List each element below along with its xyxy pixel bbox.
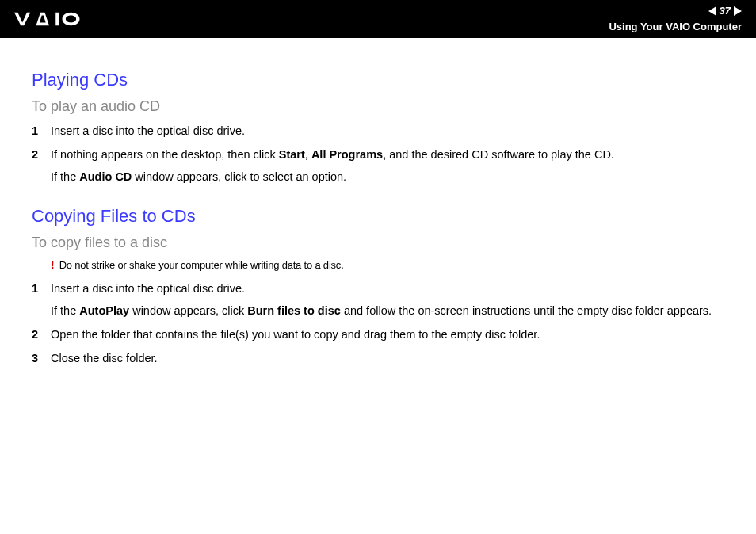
next-page-icon[interactable] <box>734 6 742 16</box>
header-bar: 37 Using Your VAIO Computer <box>0 0 756 38</box>
step-line: Insert a disc into the optical disc driv… <box>51 282 245 295</box>
step-text: If nothing appears on the desktop, then … <box>51 147 724 186</box>
step-text: Open the folder that contains the file(s… <box>51 326 724 344</box>
svg-rect-0 <box>55 13 59 26</box>
step-number: 1 <box>32 123 51 140</box>
warning-icon: ! <box>51 259 55 270</box>
step-subline: If the Audio CD window appears, click to… <box>51 169 724 186</box>
warning-text: Do not strike or shake your computer whi… <box>59 259 344 271</box>
page-content: Playing CDs To play an audio CD 1 Insert… <box>0 38 756 367</box>
vaio-logo <box>14 10 101 28</box>
step-subline: If the AutoPlay window appears, click Bu… <box>51 303 724 320</box>
step-text: Insert a disc into the optical disc driv… <box>51 123 724 140</box>
step-item: 1 Insert a disc into the optical disc dr… <box>32 123 724 140</box>
step-item: 2 Open the folder that contains the file… <box>32 326 724 344</box>
steps-playing-cds: 1 Insert a disc into the optical disc dr… <box>32 123 724 185</box>
step-number: 2 <box>32 326 51 344</box>
step-item: 3 Close the disc folder. <box>32 350 724 368</box>
step-text: Insert a disc into the optical disc driv… <box>51 280 724 320</box>
step-text: Close the disc folder. <box>51 350 724 368</box>
section-title: Using Your VAIO Computer <box>609 20 742 34</box>
heading-playing-cds: Playing CDs <box>32 70 724 90</box>
page-number: 37 <box>720 4 731 18</box>
step-number: 2 <box>32 147 51 164</box>
heading-copying-files: Copying Files to CDs <box>32 206 724 227</box>
step-item: 2 If nothing appears on the desktop, the… <box>32 147 724 186</box>
steps-copying-files: 1 Insert a disc into the optical disc dr… <box>32 280 724 367</box>
step-number: 1 <box>32 280 51 298</box>
step-number: 3 <box>32 350 51 368</box>
warning-note: ! Do not strike or shake your computer w… <box>51 259 724 271</box>
subheading-copy-files: To copy files to a disc <box>32 235 724 251</box>
subheading-play-audio-cd: To play an audio CD <box>32 98 724 115</box>
prev-page-icon[interactable] <box>708 6 716 16</box>
page-navigation: 37 <box>609 4 742 18</box>
step-line: If nothing appears on the desktop, then … <box>51 148 614 161</box>
step-item: 1 Insert a disc into the optical disc dr… <box>32 280 724 320</box>
